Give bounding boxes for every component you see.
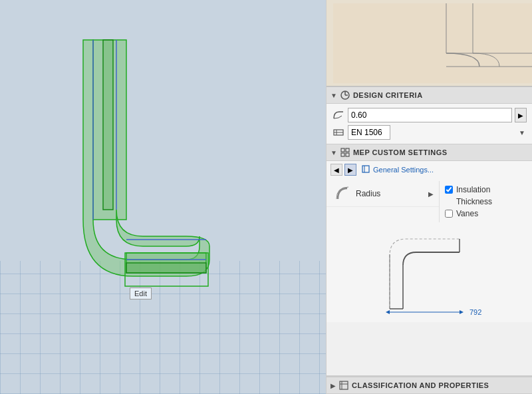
classification-title: CLASSIFICATION AND PROPERTIES	[352, 381, 489, 389]
svg-rect-21	[346, 148, 349, 152]
select-dropdown-arrow: ▼	[519, 129, 525, 136]
vanes-row: Vanes	[445, 208, 527, 220]
svg-rect-3	[126, 263, 206, 273]
svg-rect-9	[333, 3, 532, 83]
insulation-checkbox[interactable]	[445, 186, 453, 194]
svg-marker-1	[103, 40, 113, 210]
preview-sketch-svg	[327, 0, 532, 87]
settings-icon	[360, 164, 371, 174]
vanes-checkbox[interactable]	[445, 210, 453, 218]
mep-prev-btn[interactable]: ◀	[331, 164, 342, 176]
svg-rect-24	[362, 166, 369, 172]
velocity-input[interactable]	[348, 108, 512, 122]
mep-custom-header[interactable]: ▼ MEP CUSTOM SETTINGS	[327, 144, 532, 161]
design-criteria-header[interactable]: ▼ DESIGN CRITERIA	[327, 87, 532, 104]
general-settings-link[interactable]: General Settings...	[373, 166, 434, 174]
svg-rect-23	[346, 153, 349, 156]
classification-section: ▶ CLASSIFICATION AND PROPERTIES	[327, 375, 532, 394]
thickness-row: Thickness	[445, 196, 527, 208]
svg-text:792: 792	[469, 308, 481, 315]
velocity-row: ▶	[332, 108, 527, 122]
collapse-arrow-design: ▼	[331, 92, 337, 99]
props-right-column: Insulation Thickness Vanes	[440, 181, 532, 222]
design-criteria-icon	[340, 90, 350, 100]
svg-rect-35	[340, 381, 348, 389]
mep-custom-title: MEP CUSTOM SETTINGS	[353, 148, 448, 156]
diagram-area: 792	[327, 222, 532, 322]
svg-rect-20	[341, 148, 344, 152]
props-left-column: Radius ▶	[327, 181, 440, 222]
radius-icon	[332, 184, 352, 204]
properties-grid: Radius ▶ Insulation Thickness Vanes	[327, 181, 532, 222]
mep-custom-icon	[340, 147, 350, 158]
dimension-value: 792	[469, 308, 481, 315]
radius-label: Radius	[356, 189, 380, 198]
design-criteria-content: ▶ EN 1506 EN 1507 EN 13403 ▼	[327, 104, 532, 144]
standard-select-wrapper: EN 1506 EN 1507 EN 13403 ▼	[348, 125, 527, 140]
mep-next-btn[interactable]: ▶	[344, 164, 356, 176]
thickness-label: Thickness	[456, 197, 492, 206]
collapse-arrow-mep: ▼	[331, 149, 337, 156]
edit-tooltip[interactable]: Edit	[130, 288, 152, 299]
radius-row[interactable]: Radius ▶	[327, 181, 439, 207]
classification-header[interactable]: ▶ CLASSIFICATION AND PROPERTIES	[327, 377, 532, 394]
properties-panel: ▼ DESIGN CRITERIA ▶	[326, 0, 532, 394]
design-criteria-title: DESIGN CRITERIA	[353, 91, 423, 99]
insulation-label: Insulation	[456, 185, 490, 194]
3d-viewport[interactable]: Edit	[0, 0, 326, 394]
standard-icon	[332, 126, 345, 139]
radius-expand-arrow: ▶	[428, 190, 434, 198]
svg-rect-22	[341, 153, 344, 156]
velocity-icon	[332, 108, 345, 122]
velocity-increment-btn[interactable]: ▶	[515, 108, 527, 122]
duct-3d-model	[40, 33, 253, 313]
standard-row: EN 1506 EN 1507 EN 13403 ▼	[332, 125, 527, 140]
insulation-row: Insulation	[445, 184, 527, 196]
svg-rect-26	[370, 229, 489, 315]
top-preview	[327, 0, 532, 87]
mep-toolbar: ◀ ▶ General Settings...	[331, 164, 528, 176]
collapse-arrow-classification: ▶	[331, 382, 336, 389]
vanes-label: Vanes	[456, 209, 478, 218]
quarter-circle-diagram: 792	[370, 229, 489, 315]
classification-icon	[338, 380, 349, 391]
mep-content: ◀ ▶ General Settings...	[327, 161, 532, 181]
standard-select[interactable]: EN 1506 EN 1507 EN 13403	[348, 125, 390, 140]
